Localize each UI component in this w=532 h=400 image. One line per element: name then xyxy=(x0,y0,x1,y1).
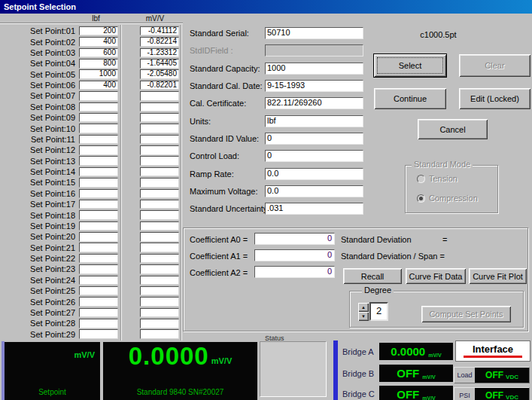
standard-display-readout: 0.0000 mV/V xyxy=(103,343,257,370)
clear-button[interactable]: Clear xyxy=(459,54,530,77)
degree-spin-down-button[interactable]: ▼ xyxy=(358,312,369,321)
setpoint-load-input[interactable] xyxy=(79,297,118,307)
setpoint-mvv-input[interactable] xyxy=(140,113,179,123)
field-input[interactable]: 1000 xyxy=(265,63,363,75)
setpoint-load-input[interactable] xyxy=(79,286,118,296)
compute-set-points-button[interactable]: Compute Set Points xyxy=(421,306,511,322)
degree-value-input[interactable]: 2 xyxy=(369,302,388,321)
table-row: Set Point:04 800 -1.64405 xyxy=(0,58,183,69)
setpoint-mvv-input[interactable] xyxy=(140,102,179,112)
coefficient-input[interactable]: 0 xyxy=(254,249,335,261)
cancel-button[interactable]: Cancel xyxy=(418,119,488,139)
coefficient-input[interactable]: 0 xyxy=(254,233,335,245)
coefficient-input[interactable]: 0 xyxy=(254,266,335,278)
setpoint-load-input[interactable] xyxy=(79,189,118,199)
curve-fit-data-button[interactable]: Curve Fit Data xyxy=(406,268,466,284)
setpoint-mvv-input[interactable] xyxy=(140,124,179,133)
setpoint-mvv-input[interactable] xyxy=(140,297,179,307)
recall-button[interactable]: Recall xyxy=(343,268,402,284)
setpoint-load-input[interactable] xyxy=(79,221,118,231)
table-row: Set Point:21 xyxy=(0,243,183,253)
setpoint-load-input[interactable]: 400 xyxy=(79,81,118,90)
setpoint-mvv-input[interactable] xyxy=(140,200,179,209)
continue-button[interactable]: Continue xyxy=(374,88,446,109)
curve-fit-plot-button[interactable]: Curve Fit Plot xyxy=(469,268,527,284)
setpoint-mvv-input[interactable] xyxy=(140,221,179,231)
setpoint-mvv-input[interactable] xyxy=(140,308,179,318)
setpoint-mvv-input[interactable] xyxy=(140,232,179,242)
compression-radio[interactable] xyxy=(417,194,425,203)
setpoint-label: Set Point:26 xyxy=(0,298,79,307)
setpoint-load-input[interactable] xyxy=(79,156,118,166)
setpoint-load-input[interactable] xyxy=(79,167,118,177)
setpoint-mvv-input[interactable]: -2.05480 xyxy=(140,69,179,79)
title-bar[interactable]: Setpoint Selection xyxy=(0,0,532,14)
field-input[interactable]: 0.0 xyxy=(265,185,363,197)
setpoint-load-input[interactable] xyxy=(79,276,118,285)
setpoint-mvv-input[interactable]: -0.82201 xyxy=(140,81,179,90)
field-input[interactable]: 0.0 xyxy=(265,168,363,180)
bridge-b-display: OFF mV/V xyxy=(379,365,453,382)
setpoint-load-input[interactable] xyxy=(79,243,118,252)
setpoint-load-input[interactable] xyxy=(79,308,118,318)
setpoint-load-input[interactable] xyxy=(79,329,118,339)
setpoint-load-input[interactable] xyxy=(79,264,118,274)
setpoint-mvv-input[interactable] xyxy=(140,319,179,328)
setpoint-load-input[interactable] xyxy=(79,124,118,133)
field-label: Ramp Rate: xyxy=(190,169,234,179)
setpoint-load-input[interactable] xyxy=(79,91,118,101)
setpoint-mvv-input[interactable] xyxy=(140,145,179,155)
setpoint-load-input[interactable] xyxy=(79,210,118,220)
field-input[interactable] xyxy=(265,44,363,56)
setpoint-load-input[interactable] xyxy=(79,178,118,188)
field-input[interactable]: 0 xyxy=(265,133,363,145)
setpoint-mvv-input[interactable] xyxy=(140,167,179,177)
bridge-c-label: Bridge C xyxy=(342,389,378,398)
setpoint-load-input[interactable] xyxy=(79,232,118,242)
setpoint-mvv-input[interactable]: -0.41112 xyxy=(140,26,179,36)
select-button[interactable]: Select xyxy=(374,54,446,77)
setpoint-mvv-input[interactable] xyxy=(140,135,179,145)
setpoint-label: Set Point:08 xyxy=(0,102,79,111)
setpoint-load-input[interactable]: 600 xyxy=(79,48,118,58)
setpoint-mvv-input[interactable] xyxy=(140,329,179,339)
setpoint-mvv-input[interactable] xyxy=(140,189,179,199)
setpoint-mvv-input[interactable] xyxy=(140,178,179,188)
table-row: Set Point:19 xyxy=(0,221,183,231)
setpoint-load-input[interactable] xyxy=(79,200,118,209)
setpoint-mvv-input[interactable]: -1.64405 xyxy=(140,59,179,69)
edit-locked-button[interactable]: Edit (Locked) xyxy=(459,88,530,109)
tension-radio[interactable] xyxy=(417,175,425,183)
setpoint-mvv-input[interactable] xyxy=(140,243,179,252)
setpoint-mvv-input[interactable] xyxy=(140,254,179,264)
setpoint-load-input[interactable] xyxy=(79,319,118,328)
setpoint-mvv-input[interactable] xyxy=(140,91,179,101)
setpoint-mvv-input[interactable] xyxy=(140,264,179,274)
field-input[interactable]: 822.11/269260 xyxy=(265,97,363,109)
setpoint-label: Set Point:11 xyxy=(0,135,79,144)
setpoint-display-caption: Setpoint xyxy=(5,388,100,396)
setpoint-mvv-input[interactable] xyxy=(140,156,179,166)
field-input[interactable]: lbf xyxy=(265,115,363,127)
setpoint-mvv-input[interactable] xyxy=(140,210,179,220)
setpoint-load-input[interactable] xyxy=(79,102,118,112)
setpoint-load-input[interactable]: 200 xyxy=(79,26,118,36)
setpoint-load-input[interactable]: 400 xyxy=(79,37,118,47)
field-input[interactable]: 0 xyxy=(265,150,363,162)
degree-spin-up-button[interactable]: ▲ xyxy=(358,303,369,312)
setpoint-mvv-input[interactable] xyxy=(140,276,179,285)
setpoint-load-input[interactable]: 800 xyxy=(79,59,118,69)
setpoint-mvv-input[interactable]: -1.23312 xyxy=(140,48,179,58)
field-input[interactable]: 9-15-1993 xyxy=(265,80,363,92)
setpoint-load-input[interactable] xyxy=(79,135,118,145)
field-input[interactable]: .031 xyxy=(265,203,363,215)
setpoint-load-input[interactable]: 1000 xyxy=(79,69,118,79)
setpoint-load-input[interactable] xyxy=(79,254,118,264)
setpoint-mvv-input[interactable]: -0.82214 xyxy=(140,37,179,47)
setpoint-load-input[interactable] xyxy=(79,145,118,155)
psi-value: OFF xyxy=(485,388,503,400)
field-label: Cal. Certificate: xyxy=(190,99,246,108)
setpoint-mvv-input[interactable] xyxy=(140,286,179,296)
form-field-row: Standard ID Value: 0 xyxy=(188,133,369,150)
setpoint-load-input[interactable] xyxy=(79,113,118,123)
